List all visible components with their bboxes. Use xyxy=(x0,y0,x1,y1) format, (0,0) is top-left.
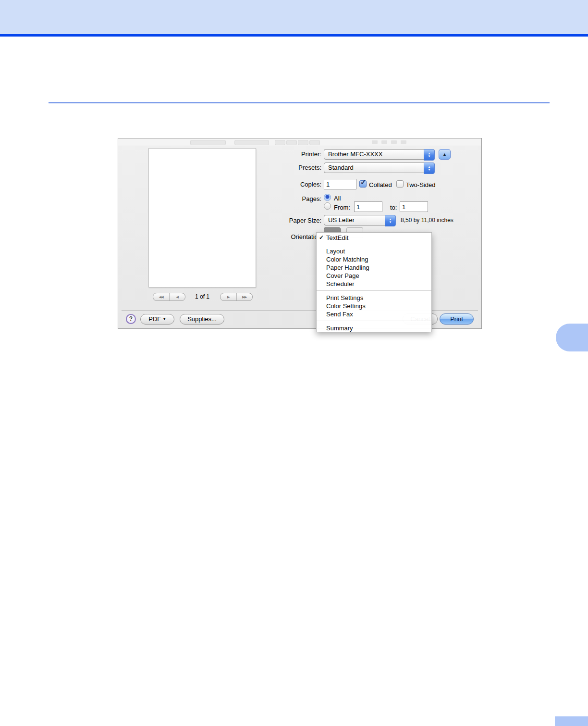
pages-to-label: to: xyxy=(390,204,400,212)
page-top-banner xyxy=(0,0,588,34)
printer-select-value: Brother MFC-XXXX xyxy=(328,150,382,159)
menu-separator xyxy=(317,290,431,291)
menu-separator xyxy=(317,244,431,244)
stepper-arrows-icon: ▲ ▼ xyxy=(385,215,396,226)
menu-separator xyxy=(317,321,431,321)
menu-item-color-matching[interactable]: Color Matching xyxy=(317,255,431,263)
menu-item-textedit[interactable]: ✓ TextEdit xyxy=(317,234,431,242)
menu-item-paper-handling[interactable]: Paper Handling xyxy=(317,263,431,272)
printer-select[interactable]: Brother MFC-XXXX ▲ ▼ xyxy=(324,149,435,160)
print-button[interactable]: Print xyxy=(440,313,474,325)
supplies-button-label: Supplies... xyxy=(187,315,217,323)
section-heading-rule xyxy=(49,102,550,103)
stepper-arrows-icon: ▲ ▼ xyxy=(424,149,435,161)
background-toolbar-button xyxy=(298,140,308,145)
printer-label: Printer: xyxy=(262,150,321,158)
two-sided-checkbox[interactable] xyxy=(396,180,404,188)
copies-label: Copies: xyxy=(262,181,321,188)
menu-item-label: Paper Handling xyxy=(326,264,369,271)
pdf-menu-arrow-icon: ▼ xyxy=(163,317,166,321)
paper-dimensions-note: 8,50 by 11,00 inches xyxy=(401,217,453,224)
menu-item-label: Send Fax xyxy=(326,311,353,318)
prev-page-icon[interactable]: ◀ xyxy=(169,293,185,300)
print-preview-page xyxy=(148,148,256,288)
pages-from-label: From: xyxy=(334,204,354,212)
menu-item-label: Print Settings xyxy=(326,294,363,301)
pane-dropdown-menu: ✓ TextEdit Layout Color Matching Paper H… xyxy=(316,232,432,332)
page-footer-tab xyxy=(555,716,588,726)
pdf-menu-button[interactable]: PDF ▼ xyxy=(140,314,174,325)
menu-item-label: TextEdit xyxy=(326,234,348,241)
paper-size-select-value: US Letter xyxy=(328,215,355,225)
collated-checkbox[interactable]: ✓ xyxy=(359,180,367,188)
pages-all-radio[interactable] xyxy=(324,194,331,201)
menu-item-scheduler[interactable]: Scheduler xyxy=(317,280,431,288)
last-page-icon[interactable]: ▶▶ xyxy=(236,293,253,300)
presets-select[interactable]: Standard ▲ ▼ xyxy=(324,163,435,173)
stepper-arrows-icon: ▲ ▼ xyxy=(424,163,435,174)
supplies-button[interactable]: Supplies... xyxy=(180,314,224,325)
background-toolbar-button xyxy=(391,140,397,144)
menu-item-summary[interactable]: Summary xyxy=(317,324,431,332)
background-toolbar-button xyxy=(286,140,297,145)
orientation-label: Orientation xyxy=(253,233,321,241)
menu-item-layout[interactable]: Layout xyxy=(317,247,431,255)
menu-item-label: Cover Page xyxy=(326,272,359,279)
menu-item-color-settings[interactable]: Color Settings xyxy=(317,302,431,310)
stepper-down-icon: ▼ xyxy=(389,221,392,224)
presets-select-value: Standard xyxy=(328,163,354,173)
background-toolbar-dropdown xyxy=(190,140,226,145)
next-page-icon[interactable]: ▶ xyxy=(220,293,236,300)
pdf-button-label: PDF xyxy=(148,315,161,323)
collapse-dialog-button[interactable]: ▲ xyxy=(439,149,451,160)
background-toolbar-button xyxy=(372,140,378,144)
page-count: 1 of 1 xyxy=(185,293,219,300)
checkmark-icon: ✓ xyxy=(360,178,367,187)
menu-item-label: Layout xyxy=(326,248,345,255)
presets-label: Presets: xyxy=(262,164,321,172)
stepper-down-icon: ▼ xyxy=(428,168,431,171)
menu-item-cover-page[interactable]: Cover Page xyxy=(317,272,431,280)
pages-range-radio[interactable] xyxy=(324,202,331,210)
paper-size-label: Paper Size: xyxy=(262,217,321,225)
copies-input[interactable] xyxy=(324,179,356,189)
background-toolbar-button xyxy=(309,140,320,145)
first-page-icon[interactable]: ◀◀ xyxy=(153,293,169,300)
print-button-label: Print xyxy=(450,315,463,323)
help-button[interactable]: ? xyxy=(126,314,136,324)
pages-to-input[interactable] xyxy=(400,201,428,212)
menu-item-print-settings[interactable]: Print Settings xyxy=(317,294,431,302)
menu-item-send-fax[interactable]: Send Fax xyxy=(317,310,431,318)
banner-divider-line xyxy=(0,34,588,37)
background-toolbar-dropdown xyxy=(234,140,269,145)
background-toolbar-button xyxy=(275,140,285,145)
pages-from-input[interactable] xyxy=(354,201,382,212)
background-toolbar-button xyxy=(401,140,406,144)
preview-back-buttons[interactable]: ◀◀ ◀ xyxy=(153,293,185,301)
menu-item-label: Color Matching xyxy=(326,256,368,263)
preview-forward-buttons[interactable]: ▶ ▶▶ xyxy=(220,293,253,301)
two-sided-label: Two-Sided xyxy=(406,181,444,189)
checkmark-icon: ✓ xyxy=(319,234,324,242)
background-toolbar xyxy=(118,138,481,146)
chapter-side-tab xyxy=(556,324,588,351)
background-toolbar-button xyxy=(381,140,387,144)
collated-label: Collated xyxy=(369,181,398,189)
paper-size-select[interactable]: US Letter ▲ ▼ xyxy=(324,215,396,225)
pages-label: Pages: xyxy=(262,195,321,203)
menu-item-label: Summary xyxy=(326,325,353,332)
menu-item-label: Color Settings xyxy=(326,302,366,310)
menu-item-label: Scheduler xyxy=(326,280,355,288)
stepper-down-icon: ▼ xyxy=(428,155,431,158)
help-icon: ? xyxy=(129,315,133,322)
pages-all-label: All xyxy=(334,195,353,202)
collapse-arrow-icon: ▲ xyxy=(442,152,447,157)
